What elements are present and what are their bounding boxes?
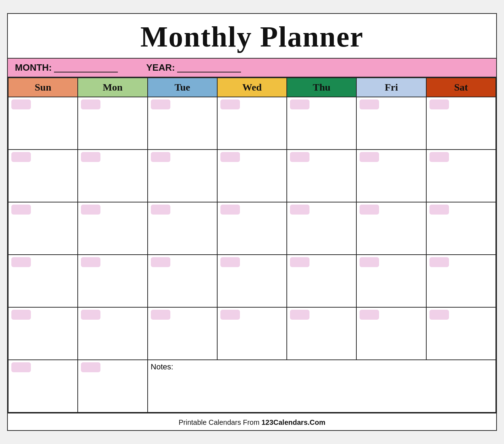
cell-r3-wed[interactable] [217,202,287,255]
calendar-row-4 [8,255,496,307]
cell-r3-sat[interactable] [426,202,496,255]
day-num [360,310,379,320]
cell-r4-tue[interactable] [148,255,217,307]
sun-label: Sun [35,82,51,93]
cell-r2-thu[interactable] [287,150,356,202]
footer-text: Printable Calendars From [179,418,261,426]
year-input-field[interactable] [177,63,241,72]
cell-r5-sat[interactable] [426,307,496,360]
day-num [429,152,449,162]
fri-label: Fri [385,82,398,93]
cell-r3-thu[interactable] [287,202,356,255]
day-num [220,310,240,320]
cell-r4-fri[interactable] [356,255,426,307]
year-label-text: YEAR: [146,62,175,73]
cell-r1-fri[interactable] [356,97,426,150]
cell-r1-thu[interactable] [287,97,356,150]
cell-r6-sun[interactable] [8,360,78,412]
calendar-row-2 [8,150,496,202]
cell-r5-tue[interactable] [148,307,217,360]
cell-r1-sun[interactable] [8,97,78,150]
header-tue: Tue [148,78,217,97]
cell-r3-tue[interactable] [148,202,217,255]
month-input-field[interactable] [54,63,118,72]
cell-r4-sun[interactable] [8,255,78,307]
header-sat: Sat [426,78,496,97]
tue-label: Tue [175,82,190,93]
cell-r3-sun[interactable] [8,202,78,255]
day-num [429,310,449,320]
header-thu: Thu [287,78,356,97]
day-num [81,310,100,320]
cell-r5-mon[interactable] [78,307,147,360]
cell-r1-mon[interactable] [78,97,147,150]
monthly-planner-page: Monthly Planner MONTH: YEAR: Sun Mon Tue [7,13,497,431]
cell-r3-mon[interactable] [78,202,147,255]
day-num [290,257,309,267]
calendar-row-6-notes: Notes: [8,360,496,412]
day-num [151,310,170,320]
cell-r4-wed[interactable] [217,255,287,307]
day-num [11,257,31,267]
month-field: MONTH: [15,62,118,73]
mon-label: Mon [103,82,122,93]
calendar-row-5 [8,307,496,360]
cell-r5-wed[interactable] [217,307,287,360]
cell-r4-sat[interactable] [426,255,496,307]
day-num [220,205,240,215]
page-title: Monthly Planner [140,21,363,53]
thu-label: Thu [313,82,330,93]
sat-label: Sat [454,82,468,93]
cell-r2-fri[interactable] [356,150,426,202]
day-num [11,362,31,372]
cell-r3-fri[interactable] [356,202,426,255]
day-num [429,205,449,215]
day-num [290,99,309,109]
day-num [360,99,379,109]
cell-r2-wed[interactable] [217,150,287,202]
header-fri: Fri [356,78,426,97]
cell-r5-sun[interactable] [8,307,78,360]
day-num [151,257,170,267]
day-num [220,99,240,109]
header-mon: Mon [78,78,147,97]
calendar-row-1 [8,97,496,150]
header-wed: Wed [217,78,287,97]
cell-r4-thu[interactable] [287,255,356,307]
day-num [360,152,379,162]
cell-r1-sat[interactable] [426,97,496,150]
cell-r1-tue[interactable] [148,97,217,150]
day-num [151,205,170,215]
day-num [360,257,379,267]
cell-r2-mon[interactable] [78,150,147,202]
cell-r5-thu[interactable] [287,307,356,360]
notes-label: Notes: [151,362,174,371]
day-num [81,205,100,215]
calendar-table: Sun Mon Tue Wed Thu Fri Sat [8,77,496,413]
day-num [81,257,100,267]
day-num [11,310,31,320]
day-num [220,152,240,162]
cell-r2-tue[interactable] [148,150,217,202]
cell-r4-mon[interactable] [78,255,147,307]
cell-r2-sat[interactable] [426,150,496,202]
day-num [290,152,309,162]
day-num [290,310,309,320]
notes-cell[interactable]: Notes: [148,360,496,412]
cell-r1-wed[interactable] [217,97,287,150]
calendar-row-3 [8,202,496,255]
day-num [360,205,379,215]
day-num [151,99,170,109]
day-num [81,362,100,372]
cell-r6-mon[interactable] [78,360,147,412]
days-header-row: Sun Mon Tue Wed Thu Fri Sat [8,78,496,97]
cell-r5-fri[interactable] [356,307,426,360]
day-num [11,152,31,162]
day-num [220,257,240,267]
day-num [290,205,309,215]
cell-r2-sun[interactable] [8,150,78,202]
header-sun: Sun [8,78,78,97]
day-num [429,257,449,267]
wed-label: Wed [242,82,262,93]
day-num [11,99,31,109]
